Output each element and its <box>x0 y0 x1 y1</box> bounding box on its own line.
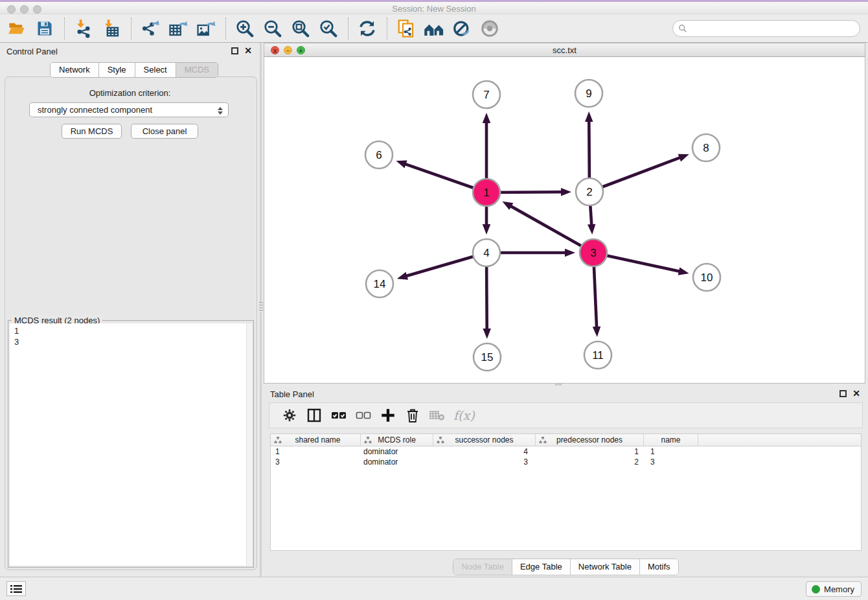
search-input[interactable] <box>687 22 860 35</box>
graph-edge[interactable] <box>589 157 681 192</box>
column-tree-icon <box>539 436 547 444</box>
import-table-icon[interactable] <box>100 17 123 40</box>
zoom-fit-icon[interactable] <box>289 17 312 40</box>
float-panel-icon[interactable] <box>231 47 238 54</box>
table-row[interactable]: 1 dominator 4 1 1 <box>271 446 861 457</box>
tab-node-table[interactable]: Node Table <box>453 559 512 575</box>
export-network-icon[interactable] <box>139 17 162 40</box>
result-scrollbar[interactable] <box>246 323 252 566</box>
network-graph: 7968124314101511 <box>264 57 865 383</box>
show-columns-icon[interactable] <box>304 406 324 425</box>
clone-network-icon[interactable] <box>394 17 418 40</box>
main-toolbar <box>0 14 868 43</box>
close-panel-icon[interactable]: ✕ <box>244 45 252 56</box>
table-panel-title: Table Panel <box>270 389 314 399</box>
export-table-icon[interactable] <box>166 17 190 40</box>
optimization-criterion-value: strongly connected component <box>38 105 152 115</box>
graph-node-label: 1 <box>483 187 489 199</box>
memory-label: Memory <box>824 584 854 594</box>
clear-selection-icon[interactable] <box>354 406 373 425</box>
tab-mcds[interactable]: MCDS <box>176 63 218 77</box>
column-header-name[interactable]: name <box>644 434 698 446</box>
list-icon <box>10 584 22 594</box>
control-panel: Control Panel ✕ Network Style Select MCD… <box>0 43 262 577</box>
zoom-selected-icon[interactable] <box>317 17 340 40</box>
apply-layout-icon[interactable] <box>356 17 379 40</box>
graph-edge-arrowhead <box>588 224 595 235</box>
graph-edge-arrowhead <box>502 202 513 210</box>
graph-edge-arrowhead <box>483 113 491 123</box>
run-mcds-button[interactable]: Run MCDS <box>62 124 122 139</box>
tab-select[interactable]: Select <box>135 63 176 77</box>
save-session-icon[interactable] <box>33 17 56 40</box>
graph-edge-arrowhead <box>585 111 593 122</box>
mcds-result-line: 1 <box>14 325 252 336</box>
mcds-result-line: 3 <box>14 336 252 347</box>
table-panel-header: Table Panel ✕ <box>264 386 868 402</box>
export-image-icon[interactable] <box>194 17 218 40</box>
import-network-icon[interactable] <box>72 17 95 40</box>
select-all-rows-icon[interactable] <box>329 406 348 425</box>
graph-node-label: 15 <box>481 351 494 363</box>
zoom-in-icon[interactable] <box>233 17 257 40</box>
table-options-gear-icon[interactable] <box>280 406 299 425</box>
toolbar-separator <box>348 17 348 40</box>
tab-motifs[interactable]: Motifs <box>640 559 678 575</box>
tab-network-table[interactable]: Network Table <box>571 559 640 575</box>
vertical-splitter-handle[interactable] <box>259 302 263 312</box>
toolbar-separator <box>225 17 226 40</box>
search-icon <box>678 24 687 33</box>
graph-edge-arrowhead <box>565 249 575 257</box>
window-title: Session: New Session <box>0 4 868 14</box>
apply-function-icon: f(x) <box>453 408 475 422</box>
memory-button[interactable]: Memory <box>806 581 862 597</box>
tab-network[interactable]: Network <box>51 63 99 77</box>
graph-node-label: 2 <box>586 186 592 198</box>
tab-style[interactable]: Style <box>99 63 135 77</box>
graph-edge-arrowhead <box>561 188 571 196</box>
graph-node-label: 11 <box>592 349 604 362</box>
column-header-predecessor-nodes[interactable]: predecessor nodes <box>536 434 644 446</box>
add-row-icon[interactable] <box>378 406 398 425</box>
table-toolbar: f(x) <box>269 402 863 428</box>
close-panel-button[interactable]: Close panel <box>131 124 198 139</box>
network-view-window: x – + scc.txt 7968124314101511 <box>264 43 865 384</box>
graph-node-label: 10 <box>701 271 713 284</box>
network-canvas[interactable]: 7968124314101511 <box>264 57 865 383</box>
graphics-details-eye-icon[interactable] <box>478 17 501 40</box>
graph-node-label: 9 <box>586 87 591 100</box>
first-neighbors-icon[interactable] <box>422 17 446 40</box>
column-header-mcds-role[interactable]: MCDS role <box>361 434 433 446</box>
column-tree-icon <box>364 436 372 444</box>
column-tree-icon <box>437 436 444 444</box>
graph-edge-arrowhead <box>397 272 408 280</box>
graph-node-label: 7 <box>483 89 489 101</box>
graph-edge-arrowhead <box>483 329 490 339</box>
tab-edge-table[interactable]: Edge Table <box>512 559 571 575</box>
float-panel-icon[interactable] <box>839 390 847 397</box>
graph-edge-arrowhead <box>678 268 689 275</box>
control-panel-title: Control Panel <box>6 47 58 56</box>
column-header-filler <box>698 434 861 446</box>
graph-edge-arrowhead <box>396 161 407 168</box>
mcds-result-textarea[interactable]: 1 3 <box>10 323 252 566</box>
table-tabs: Node Table Edge Table Network Table Moti… <box>264 559 868 575</box>
table-row[interactable]: 3 dominator 3 2 3 <box>271 457 861 467</box>
graph-node-label: 6 <box>376 149 382 161</box>
control-panel-header: Control Panel ✕ <box>0 43 260 60</box>
table-panel: Table Panel ✕ f(x) shared <box>264 386 868 577</box>
node-table[interactable]: shared name MCDS role successor nodes pr… <box>270 433 862 551</box>
column-header-successor-nodes[interactable]: successor nodes <box>433 434 536 446</box>
task-history-button[interactable] <box>6 581 26 596</box>
search-box[interactable] <box>672 20 860 37</box>
delete-rows-trash-icon[interactable] <box>403 406 422 425</box>
column-header-shared-name[interactable]: shared name <box>271 434 361 446</box>
network-window-title: scc.txt <box>264 45 865 55</box>
network-window-titlebar[interactable]: x – + scc.txt <box>264 43 865 57</box>
zoom-out-icon[interactable] <box>261 17 284 40</box>
paint-style-icon[interactable] <box>450 17 474 40</box>
open-session-icon[interactable] <box>5 17 29 40</box>
optimization-criterion-select[interactable]: strongly connected component <box>29 102 229 117</box>
close-panel-icon[interactable]: ✕ <box>852 388 860 398</box>
control-panel-tabbar: Network Style Select MCDS <box>50 62 218 78</box>
